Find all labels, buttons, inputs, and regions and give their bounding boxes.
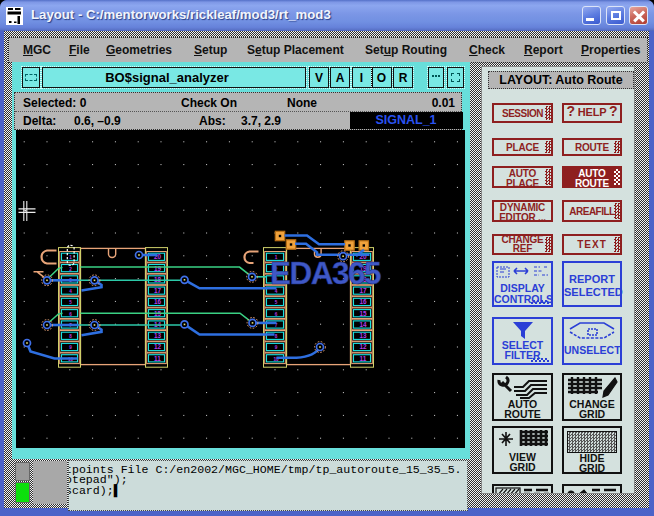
svg-text:11: 11 bbox=[359, 355, 366, 362]
svg-text:5: 5 bbox=[69, 300, 72, 305]
svg-text:9: 9 bbox=[69, 345, 72, 350]
svg-text:4: 4 bbox=[69, 289, 72, 294]
svg-text:19: 19 bbox=[153, 265, 161, 272]
svg-text:11: 11 bbox=[154, 355, 161, 362]
svg-text:EDA365: EDA365 bbox=[269, 255, 380, 291]
svg-text:1: 1 bbox=[69, 255, 72, 260]
svg-text:14: 14 bbox=[359, 321, 367, 328]
svg-text:9: 9 bbox=[274, 345, 277, 350]
svg-text:16: 16 bbox=[153, 298, 161, 305]
svg-text:18: 18 bbox=[153, 276, 161, 283]
svg-text:15: 15 bbox=[359, 310, 367, 317]
svg-text:16: 16 bbox=[359, 298, 367, 305]
svg-text:2: 2 bbox=[69, 267, 72, 272]
svg-text:12: 12 bbox=[153, 343, 161, 350]
svg-text:8: 8 bbox=[69, 334, 72, 339]
svg-text:6: 6 bbox=[274, 312, 277, 317]
svg-text:13: 13 bbox=[359, 332, 367, 339]
svg-text:17: 17 bbox=[153, 287, 161, 294]
svg-text:5: 5 bbox=[274, 300, 277, 305]
svg-text:8: 8 bbox=[274, 334, 277, 339]
svg-text:13: 13 bbox=[153, 332, 161, 339]
svg-text:12: 12 bbox=[359, 343, 367, 350]
svg-text:6: 6 bbox=[69, 312, 72, 317]
